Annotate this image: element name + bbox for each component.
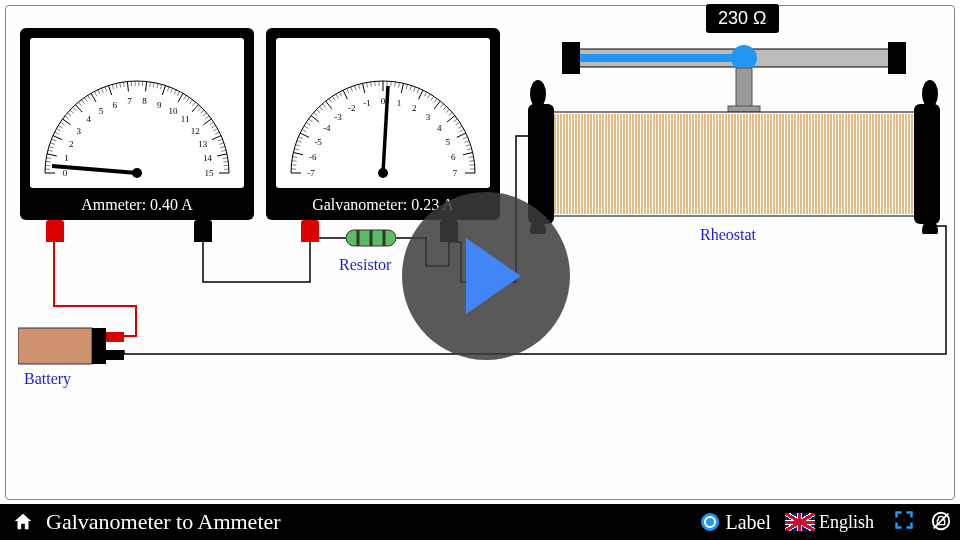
svg-line-147 [417,88,419,93]
svg-point-93 [132,168,142,178]
svg-line-141 [399,82,400,87]
svg-line-78 [212,136,221,140]
svg-line-104 [297,141,302,143]
svg-text:9: 9 [157,100,162,110]
svg-line-77 [215,132,219,134]
svg-line-169 [464,141,469,143]
svg-line-120 [329,99,332,103]
svg-rect-189 [580,54,744,62]
svg-line-62 [184,95,187,99]
svg-rect-321 [18,328,92,364]
rheostat-slider[interactable] [731,45,757,71]
svg-line-40 [120,83,121,88]
svg-line-103 [296,145,301,147]
svg-rect-323 [106,332,124,342]
ammeter-terminal-positive[interactable] [46,220,64,242]
svg-line-75 [211,125,215,128]
svg-line-98 [292,161,297,162]
svg-line-5 [46,158,51,159]
svg-line-69 [200,110,204,113]
svg-text:-3: -3 [334,112,342,122]
svg-line-12 [53,136,62,140]
svg-line-118 [326,101,332,109]
svg-text:-6: -6 [309,152,317,162]
galvanometer-terminal-positive[interactable] [301,220,319,242]
svg-line-163 [456,122,460,125]
svg-line-172 [463,153,473,155]
svg-line-65 [192,102,195,106]
svg-rect-187 [562,42,580,74]
svg-line-151 [428,94,431,98]
label-toggle-radio[interactable] [701,513,719,531]
svg-line-17 [60,122,64,125]
svg-line-82 [220,146,225,147]
svg-line-100 [293,153,303,155]
svg-text:6: 6 [113,100,118,110]
svg-line-132 [367,82,368,87]
resistor[interactable] [346,228,396,252]
svg-line-86 [223,158,228,159]
svg-line-71 [205,116,209,119]
svg-text:-2: -2 [348,103,356,113]
zoom-lock-button[interactable] [930,510,954,534]
svg-line-18 [63,119,71,125]
svg-text:14: 14 [203,153,213,163]
svg-line-127 [351,87,353,92]
svg-line-20 [65,116,69,119]
svg-rect-316 [914,104,940,224]
svg-text:-4: -4 [323,123,331,133]
fullscreen-button[interactable] [894,510,918,534]
svg-text:0: 0 [381,96,386,106]
svg-line-174 [469,157,474,158]
svg-text:-1: -1 [363,98,371,108]
battery[interactable] [18,322,128,374]
play-button[interactable] [402,192,570,360]
svg-line-57 [171,88,173,93]
svg-line-168 [463,137,468,139]
svg-line-23 [73,107,76,111]
svg-line-153 [434,99,437,103]
svg-line-154 [434,101,440,109]
svg-line-152 [431,96,434,100]
svg-text:4: 4 [437,123,442,133]
ammeter-terminal-negative[interactable] [194,220,212,242]
svg-rect-190 [736,68,752,108]
svg-line-144 [406,84,407,89]
svg-text:2: 2 [69,139,74,149]
play-icon [466,238,521,314]
svg-text:5: 5 [99,106,104,116]
svg-line-150 [424,92,426,96]
svg-line-162 [453,119,457,122]
svg-line-54 [162,86,165,96]
svg-line-83 [221,150,226,151]
svg-line-133 [371,82,372,87]
svg-text:1: 1 [397,98,402,108]
svg-line-35 [105,87,107,92]
svg-text:-5: -5 [314,137,322,147]
svg-text:3: 3 [77,126,82,136]
svg-line-56 [167,87,169,92]
home-button[interactable] [8,507,38,537]
svg-line-116 [319,107,322,111]
svg-text:7: 7 [453,168,458,178]
svg-rect-188 [888,42,906,74]
svg-line-106 [300,133,309,137]
language-selector[interactable]: English [819,512,874,533]
svg-line-41 [124,82,125,87]
svg-line-6 [47,154,57,156]
svg-line-52 [157,83,158,88]
svg-line-60 [178,93,183,102]
svg-line-32 [94,91,96,95]
svg-line-164 [458,126,462,129]
label-toggle-text: Label [725,511,771,534]
svg-line-10 [50,143,55,145]
svg-line-165 [460,129,464,131]
battery-label: Battery [24,370,71,388]
svg-line-48 [146,82,147,92]
ammeter-face: 0123456789101112131415 [30,38,244,188]
svg-rect-324 [106,350,124,360]
svg-line-142 [401,83,403,93]
svg-point-318 [922,80,938,108]
svg-line-58 [174,90,176,95]
svg-text:11: 11 [181,114,190,124]
